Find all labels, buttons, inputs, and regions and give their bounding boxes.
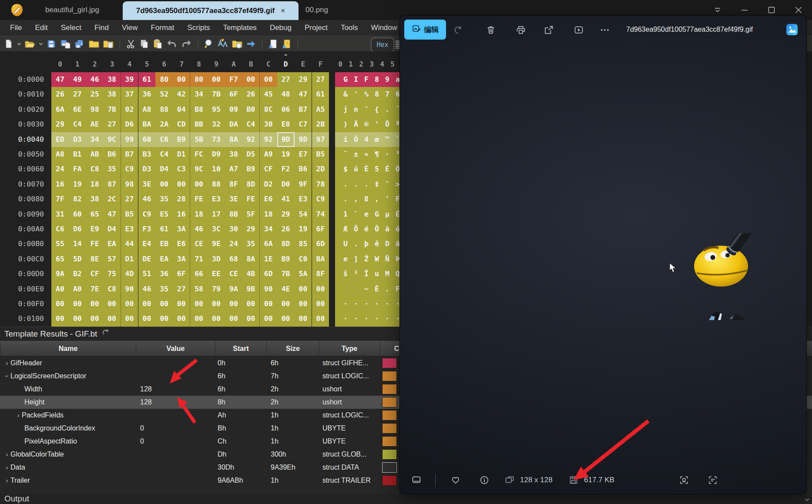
hex-byte[interactable]: D1 [121, 252, 138, 267]
hex-byte[interactable]: 38 [86, 192, 104, 207]
hex-byte[interactable]: 42 [173, 87, 190, 102]
undo-icon[interactable] [166, 38, 178, 50]
hex-byte[interactable]: 38 [225, 147, 242, 162]
menu-project[interactable]: Project [298, 20, 334, 36]
hex-byte[interactable]: 00 [190, 311, 208, 326]
hex-byte[interactable]: E3 [121, 222, 138, 237]
redo-icon[interactable] [181, 38, 192, 50]
new-file-icon[interactable] [3, 38, 14, 50]
hex-byte[interactable]: A7 [225, 162, 242, 177]
hex-byte[interactable]: 00 [51, 297, 69, 311]
hex-byte[interactable]: 98 [121, 177, 138, 192]
hex-byte[interactable]: D6 [121, 117, 138, 132]
hex-byte[interactable]: 47 [104, 207, 121, 222]
hex-byte[interactable]: ED [51, 132, 69, 147]
hex-byte[interactable]: 6D [260, 267, 277, 281]
ascii-column[interactable]: .‚8,'F [335, 192, 400, 207]
hex-byte[interactable]: 00 [260, 311, 277, 326]
hex-byte[interactable]: 98 [86, 102, 104, 117]
hex-byte[interactable]: 9A [225, 282, 242, 297]
hex-byte[interactable]: 9D [277, 132, 295, 147]
save-as-icon[interactable] [60, 38, 71, 50]
hex-byte[interactable]: B6 [104, 147, 121, 162]
hex-byte[interactable]: 00 [138, 297, 156, 311]
hex-byte[interactable]: D4 [104, 222, 121, 237]
chevron-expanded-icon[interactable]: › [0, 373, 13, 380]
hex-byte[interactable]: CF [86, 267, 104, 281]
hex-byte[interactable]: C9 [138, 207, 156, 222]
hex-byte[interactable]: CF [260, 162, 277, 177]
column-header-value[interactable]: Value [136, 341, 215, 356]
hex-byte[interactable]: 35 [242, 237, 260, 251]
hex-byte[interactable]: 2A [155, 117, 173, 132]
hex-byte[interactable]: 00 [208, 72, 225, 87]
hex-byte[interactable]: 52 [155, 87, 173, 102]
hex-byte[interactable]: F2 [277, 162, 295, 177]
hex-byte[interactable]: 27 [69, 87, 86, 102]
scroll-chevron-icon[interactable] [804, 496, 810, 504]
hex-byte[interactable]: B3 [138, 147, 156, 162]
hex-byte[interactable]: C7 [295, 117, 312, 132]
hex-byte[interactable]: 18 [260, 207, 277, 222]
menu-edit[interactable]: Edit [28, 20, 54, 36]
tab-close-icon[interactable]: × [281, 7, 285, 15]
hex-byte[interactable]: F3 [138, 222, 156, 237]
hex-byte[interactable]: 44 [121, 237, 138, 251]
hex-byte[interactable]: 85 [295, 237, 312, 251]
hex-byte[interactable]: B8 [190, 102, 208, 117]
hex-byte[interactable]: D9 [208, 147, 225, 162]
hex-byte[interactable]: 60 [69, 207, 86, 222]
hex-byte[interactable]: 7F [51, 192, 69, 207]
hex-byte[interactable]: 4B [242, 267, 260, 281]
slideshow-icon[interactable] [573, 24, 585, 36]
hex-byte[interactable]: 75 [104, 267, 121, 281]
folder-paste-icon[interactable] [103, 38, 114, 50]
tab-1[interactable]: beautiful_girl.jpg [26, 0, 118, 20]
hex-byte[interactable]: 90 [121, 282, 138, 297]
tab-3[interactable]: 00.png [299, 0, 335, 20]
hex-byte[interactable]: 90 [260, 282, 277, 297]
hex-byte[interactable]: 8A [225, 132, 242, 147]
hex-byte[interactable]: D2 [260, 177, 277, 192]
ascii-column[interactable]: GIF89a [335, 72, 400, 87]
hex-byte[interactable]: D3 [69, 132, 86, 147]
hex-byte[interactable]: 2B [312, 117, 329, 132]
hex-byte[interactable]: 7B [104, 102, 121, 117]
hex-byte[interactable]: 65 [51, 252, 69, 267]
replace-icon[interactable] [217, 38, 228, 50]
hex-byte[interactable]: 00 [312, 297, 329, 311]
hex-byte[interactable]: B5 [121, 207, 138, 222]
menu-find[interactable]: Find [88, 20, 115, 36]
hex-byte[interactable]: 38 [104, 72, 121, 87]
hex-byte[interactable]: 57 [104, 252, 121, 267]
hex-byte[interactable]: 00 [51, 311, 69, 326]
hex-byte[interactable]: 3A [173, 222, 190, 237]
chevron-collapsed-icon[interactable]: › [15, 409, 22, 422]
hex-byte[interactable]: 80 [155, 72, 173, 87]
hex-byte[interactable]: 00 [86, 311, 104, 326]
hex-byte[interactable]: 00 [260, 72, 277, 87]
hex-byte[interactable]: 65 [86, 207, 104, 222]
hex-byte[interactable]: 9C [190, 162, 208, 177]
hex-byte[interactable]: B1 [69, 147, 86, 162]
hex-byte[interactable]: 27 [121, 192, 138, 207]
hex-byte[interactable]: 19 [277, 147, 295, 162]
hex-byte[interactable]: 00 [208, 297, 225, 311]
hex-byte[interactable]: 00 [242, 72, 260, 87]
hex-byte[interactable]: 45 [260, 87, 277, 102]
edit-button[interactable]: 编辑 [404, 20, 446, 40]
hex-byte[interactable]: 29 [51, 117, 69, 132]
hex-byte[interactable]: 39 [121, 72, 138, 87]
hex-byte[interactable]: E5 [155, 207, 173, 222]
find-in-files-icon[interactable] [232, 38, 243, 50]
hex-byte[interactable]: 16 [51, 177, 69, 192]
hex-byte[interactable]: 9D [295, 132, 312, 147]
hex-byte[interactable]: 30 [260, 117, 277, 132]
more-icon[interactable] [599, 24, 611, 36]
hex-byte[interactable]: E3 [208, 192, 225, 207]
hex-byte[interactable]: 00 [155, 311, 173, 326]
hex-byte[interactable]: 35 [155, 192, 173, 207]
hex-byte[interactable]: 04 [173, 102, 190, 117]
hex-byte[interactable]: 46 [138, 192, 156, 207]
hex-byte[interactable]: 7B [277, 267, 295, 281]
